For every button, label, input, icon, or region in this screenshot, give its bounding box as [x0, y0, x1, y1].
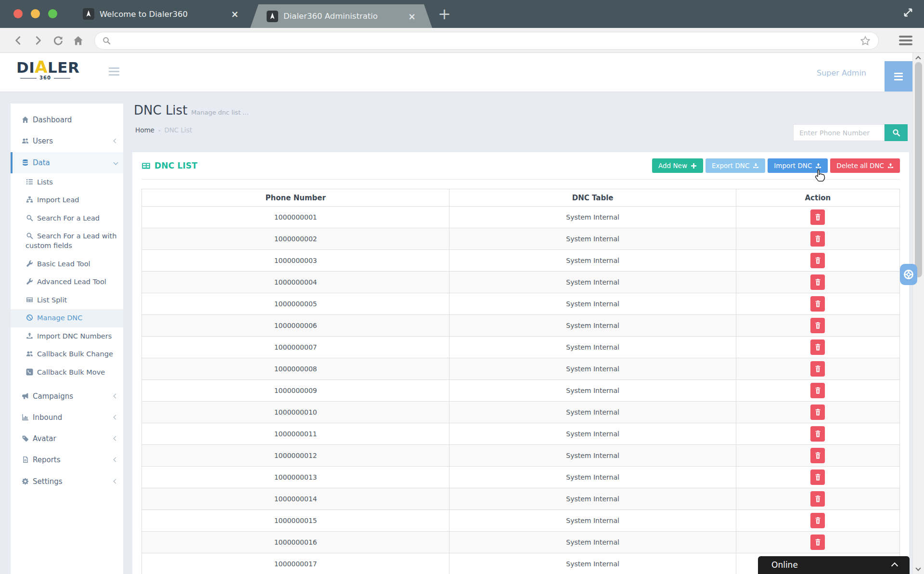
- sidebar-item-basic-lead-tool[interactable]: Basic Lead Tool: [11, 255, 123, 274]
- sidebar-item-import-dnc-numbers[interactable]: Import DNC Numbers: [11, 327, 123, 346]
- table-row: 1000000007 System Internal: [142, 337, 900, 358]
- user-role-label: Super Admin: [817, 68, 866, 78]
- sidebar-item-list-split[interactable]: List Split: [11, 291, 123, 310]
- sidebar-item-avatar[interactable]: Avatar: [11, 428, 123, 449]
- export-dnc-button[interactable]: Export DNC: [706, 158, 765, 173]
- trash-icon: [814, 517, 821, 524]
- upload-icon: [815, 163, 821, 169]
- chevron-left-icon: [114, 139, 118, 144]
- delete-row-button[interactable]: [810, 318, 825, 333]
- header-menu-button[interactable]: [885, 61, 912, 91]
- add-new-button[interactable]: Add New: [652, 158, 703, 173]
- browser-menu-icon[interactable]: [899, 36, 912, 45]
- delete-row-button[interactable]: [810, 339, 825, 355]
- delete-row-button[interactable]: [810, 535, 825, 550]
- phone-cell: 1000000009: [142, 380, 449, 402]
- sidebar-item-search-lead-custom[interactable]: Search For a Lead with custom fields: [11, 227, 123, 255]
- trash-icon: [814, 430, 821, 438]
- sidebar-item-advanced-lead-tool[interactable]: Advanced Lead Tool: [11, 273, 123, 291]
- page-scrollbar[interactable]: [912, 53, 924, 574]
- delete-row-button[interactable]: [810, 253, 825, 268]
- sidebar-item-import-lead[interactable]: Import Lead: [11, 191, 123, 209]
- ban-icon: [26, 314, 34, 321]
- import-dnc-button[interactable]: Import DNC: [768, 158, 828, 173]
- tab-close-icon[interactable]: ×: [231, 9, 239, 19]
- delete-row-button[interactable]: [810, 296, 825, 312]
- scroll-down-icon[interactable]: [915, 565, 921, 571]
- home-button[interactable]: [73, 36, 83, 46]
- tab-close-icon[interactable]: ×: [408, 11, 416, 22]
- trash-icon: [814, 452, 821, 459]
- sidebar-item-callback-bulk-move[interactable]: Callback Bulk Move: [11, 364, 123, 382]
- trash-icon: [814, 473, 821, 481]
- sidebar-item-reports[interactable]: Reports: [11, 449, 123, 470]
- scrollbar-thumb[interactable]: [915, 62, 922, 277]
- gear-icon: [21, 478, 29, 485]
- table-icon: [26, 296, 34, 303]
- delete-row-button[interactable]: [810, 231, 825, 247]
- bar-chart-icon: [21, 414, 29, 421]
- reload-button[interactable]: [53, 36, 63, 46]
- wrench-icon: [26, 260, 34, 267]
- delete-row-button[interactable]: [810, 361, 825, 377]
- bookmark-star-icon[interactable]: [860, 36, 871, 46]
- phone-cell: 1000000007: [142, 337, 449, 358]
- sidebar-item-users[interactable]: Users: [11, 130, 123, 152]
- dnc-table-cell: System Internal: [449, 532, 736, 553]
- address-input[interactable]: [116, 37, 860, 45]
- sidebar-item-search-lead[interactable]: Search For a Lead: [11, 209, 123, 228]
- delete-row-button[interactable]: [810, 470, 825, 485]
- column-header-phone: Phone Number: [142, 189, 449, 207]
- action-cell: [736, 337, 899, 358]
- new-tab-button[interactable]: +: [438, 5, 451, 23]
- back-button[interactable]: [13, 36, 23, 45]
- delete-row-button[interactable]: [810, 448, 825, 463]
- sidebar-item-settings[interactable]: Settings: [11, 471, 123, 492]
- tab-welcome[interactable]: Welcome to Dialer360 ×: [76, 0, 245, 28]
- table-row: 1000000015 System Internal: [142, 510, 900, 532]
- sidebar-item-manage-dnc[interactable]: Manage DNC: [11, 309, 123, 327]
- phone-cell: 1000000005: [142, 293, 449, 315]
- sidebar-item-dashboard[interactable]: Dashboard: [11, 109, 123, 130]
- dnc-table-cell: System Internal: [449, 228, 736, 250]
- sidebar-item-campaigns[interactable]: Campaigns: [11, 386, 123, 407]
- delete-row-button[interactable]: [810, 209, 825, 225]
- phone-search-input[interactable]: [793, 124, 885, 141]
- sidebar-item-callback-bulk-change[interactable]: Callback Bulk Change: [11, 345, 123, 364]
- scroll-up-icon[interactable]: [915, 56, 921, 61]
- trash-icon: [814, 322, 821, 329]
- phone-cell: 1000000016: [142, 532, 449, 553]
- delete-row-button[interactable]: [810, 404, 825, 420]
- fullscreen-icon[interactable]: [902, 6, 914, 19]
- delete-row-button[interactable]: [810, 383, 825, 398]
- tab-title: Welcome to Dialer360: [100, 10, 225, 19]
- dnc-table-body: 1000000001 System Internal 1000000002 Sy…: [142, 207, 900, 574]
- delete-row-button[interactable]: [810, 513, 825, 528]
- delete-row-button[interactable]: [810, 491, 825, 507]
- breadcrumb-home-link[interactable]: Home: [135, 126, 154, 134]
- forward-button[interactable]: [33, 36, 43, 45]
- table-row: 1000000012 System Internal: [142, 445, 900, 467]
- tab-title: Dialer360 Administratio: [283, 12, 402, 21]
- sidebar-item-inbound[interactable]: Inbound: [11, 407, 123, 428]
- phone-search-button[interactable]: [885, 124, 908, 141]
- dnc-table-cell: System Internal: [449, 207, 736, 228]
- sitemap-icon: [26, 196, 34, 203]
- window-zoom-button[interactable]: [48, 9, 57, 18]
- delete-row-button[interactable]: [810, 274, 825, 290]
- page-subtitle: Manage dnc list ...: [191, 109, 248, 116]
- window-close-button[interactable]: [13, 9, 23, 18]
- window-minimize-button[interactable]: [31, 9, 40, 18]
- sidebar-item-data[interactable]: Data: [11, 152, 123, 173]
- online-status-bar[interactable]: Online: [758, 556, 910, 574]
- help-fab-button[interactable]: [900, 264, 917, 285]
- phone-cell: 1000000012: [142, 445, 449, 467]
- dnc-table-cell: System Internal: [449, 553, 736, 574]
- sidebar-toggle-icon[interactable]: [109, 67, 119, 76]
- delete-all-dnc-button[interactable]: Delete all DNC: [830, 158, 900, 173]
- breadcrumb-separator: •: [158, 128, 161, 134]
- dialer360-favicon-icon: [267, 11, 278, 22]
- delete-row-button[interactable]: [810, 426, 825, 442]
- tab-administration[interactable]: Dialer360 Administratio ×: [250, 4, 432, 28]
- sidebar-item-lists[interactable]: Lists: [11, 173, 123, 192]
